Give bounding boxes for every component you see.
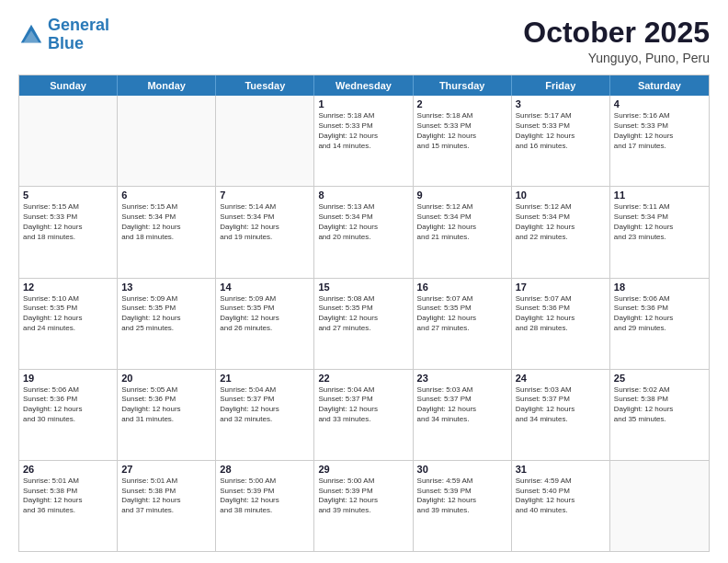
day-info: Sunrise: 5:09 AMSunset: 5:35 PMDaylight:…: [220, 294, 310, 334]
week-row: 19Sunrise: 5:06 AMSunset: 5:36 PMDayligh…: [19, 369, 709, 460]
day-number: 31: [516, 464, 606, 475]
day-cell: 28Sunrise: 5:00 AMSunset: 5:39 PMDayligh…: [216, 461, 314, 551]
day-info: Sunrise: 5:07 AMSunset: 5:36 PMDaylight:…: [516, 294, 606, 334]
day-info: Sunrise: 5:16 AMSunset: 5:33 PMDaylight:…: [614, 111, 705, 151]
day-header-monday: Monday: [118, 75, 216, 96]
day-number: 19: [23, 373, 113, 384]
day-info: Sunrise: 5:00 AMSunset: 5:39 PMDaylight:…: [318, 477, 408, 516]
day-number: 15: [318, 282, 408, 293]
day-number: 23: [417, 373, 507, 384]
page: General Blue October 2025 Yunguyo, Puno,…: [0, 0, 728, 563]
day-info: Sunrise: 5:09 AMSunset: 5:35 PMDaylight:…: [121, 294, 211, 334]
logo-general: General: [48, 16, 109, 34]
day-cell: 25Sunrise: 5:02 AMSunset: 5:38 PMDayligh…: [610, 370, 709, 460]
day-cell: [118, 96, 216, 186]
day-info: Sunrise: 5:13 AMSunset: 5:34 PMDaylight:…: [318, 202, 408, 242]
day-header-thursday: Thursday: [414, 75, 512, 96]
day-number: 1: [318, 98, 408, 109]
day-info: Sunrise: 5:01 AMSunset: 5:38 PMDaylight:…: [121, 477, 211, 516]
day-headers: SundayMondayTuesdayWednesdayThursdayFrid…: [19, 75, 709, 96]
day-cell: 14Sunrise: 5:09 AMSunset: 5:35 PMDayligh…: [216, 279, 314, 369]
day-cell: 31Sunrise: 4:59 AMSunset: 5:40 PMDayligh…: [512, 461, 610, 551]
day-cell: 1Sunrise: 5:18 AMSunset: 5:33 PMDaylight…: [314, 96, 413, 186]
day-number: 29: [318, 464, 408, 475]
day-cell: 18Sunrise: 5:06 AMSunset: 5:36 PMDayligh…: [610, 279, 709, 369]
day-number: 18: [614, 282, 705, 293]
day-cell: 26Sunrise: 5:01 AMSunset: 5:38 PMDayligh…: [19, 461, 118, 551]
day-cell: [216, 96, 314, 186]
day-header-tuesday: Tuesday: [216, 75, 314, 96]
day-number: 3: [516, 98, 606, 109]
day-info: Sunrise: 5:18 AMSunset: 5:33 PMDaylight:…: [417, 111, 507, 151]
day-number: 26: [23, 464, 113, 475]
day-number: 14: [220, 282, 310, 293]
day-info: Sunrise: 5:06 AMSunset: 5:36 PMDaylight:…: [23, 385, 113, 425]
day-info: Sunrise: 5:12 AMSunset: 5:34 PMDaylight:…: [417, 202, 507, 242]
day-info: Sunrise: 5:01 AMSunset: 5:38 PMDaylight:…: [23, 477, 113, 516]
day-number: 7: [220, 190, 310, 201]
day-info: Sunrise: 5:18 AMSunset: 5:33 PMDaylight:…: [318, 111, 408, 151]
day-info: Sunrise: 5:07 AMSunset: 5:35 PMDaylight:…: [417, 294, 507, 334]
day-cell: 19Sunrise: 5:06 AMSunset: 5:36 PMDayligh…: [19, 370, 118, 460]
day-cell: 8Sunrise: 5:13 AMSunset: 5:34 PMDaylight…: [314, 187, 413, 277]
day-number: 6: [121, 190, 211, 201]
day-header-sunday: Sunday: [19, 75, 118, 96]
logo-icon: [18, 22, 44, 48]
month-title: October 2025: [523, 17, 710, 49]
day-cell: [610, 461, 709, 551]
day-number: 10: [516, 190, 606, 201]
day-number: 21: [220, 373, 310, 384]
calendar: SundayMondayTuesdayWednesdayThursdayFrid…: [18, 75, 710, 552]
day-cell: 3Sunrise: 5:17 AMSunset: 5:33 PMDaylight…: [512, 96, 610, 186]
logo-text: General Blue: [48, 17, 109, 53]
location: Yunguyo, Puno, Peru: [523, 51, 710, 65]
day-number: 22: [318, 373, 408, 384]
header: General Blue October 2025 Yunguyo, Puno,…: [18, 17, 710, 65]
day-number: 2: [417, 98, 507, 109]
day-number: 13: [121, 282, 211, 293]
day-cell: 23Sunrise: 5:03 AMSunset: 5:37 PMDayligh…: [414, 370, 512, 460]
day-cell: 20Sunrise: 5:05 AMSunset: 5:36 PMDayligh…: [118, 370, 216, 460]
day-number: 16: [417, 282, 507, 293]
day-number: 8: [318, 190, 408, 201]
day-cell: 12Sunrise: 5:10 AMSunset: 5:35 PMDayligh…: [19, 279, 118, 369]
week-row: 1Sunrise: 5:18 AMSunset: 5:33 PMDaylight…: [19, 96, 709, 186]
day-number: 24: [516, 373, 606, 384]
logo-blue: Blue: [48, 34, 84, 52]
day-number: 5: [23, 190, 113, 201]
day-info: Sunrise: 5:04 AMSunset: 5:37 PMDaylight:…: [220, 385, 310, 425]
day-cell: 30Sunrise: 4:59 AMSunset: 5:39 PMDayligh…: [414, 461, 512, 551]
day-number: 20: [121, 373, 211, 384]
day-info: Sunrise: 5:05 AMSunset: 5:36 PMDaylight:…: [121, 385, 211, 425]
day-number: 27: [121, 464, 211, 475]
day-number: 28: [220, 464, 310, 475]
day-info: Sunrise: 4:59 AMSunset: 5:39 PMDaylight:…: [417, 477, 507, 516]
day-number: 30: [417, 464, 507, 475]
day-cell: 17Sunrise: 5:07 AMSunset: 5:36 PMDayligh…: [512, 279, 610, 369]
weeks: 1Sunrise: 5:18 AMSunset: 5:33 PMDaylight…: [19, 96, 709, 551]
week-row: 12Sunrise: 5:10 AMSunset: 5:35 PMDayligh…: [19, 278, 709, 369]
day-info: Sunrise: 5:15 AMSunset: 5:33 PMDaylight:…: [23, 202, 113, 242]
day-cell: 6Sunrise: 5:15 AMSunset: 5:34 PMDaylight…: [118, 187, 216, 277]
day-cell: 2Sunrise: 5:18 AMSunset: 5:33 PMDaylight…: [414, 96, 512, 186]
day-info: Sunrise: 5:08 AMSunset: 5:35 PMDaylight:…: [318, 294, 408, 334]
day-number: 4: [614, 98, 705, 109]
day-cell: 13Sunrise: 5:09 AMSunset: 5:35 PMDayligh…: [118, 279, 216, 369]
day-number: 12: [23, 282, 113, 293]
logo: General Blue: [18, 17, 109, 53]
day-info: Sunrise: 5:06 AMSunset: 5:36 PMDaylight:…: [614, 294, 705, 334]
day-info: Sunrise: 5:11 AMSunset: 5:34 PMDaylight:…: [614, 202, 705, 242]
day-header-wednesday: Wednesday: [314, 75, 413, 96]
day-info: Sunrise: 5:02 AMSunset: 5:38 PMDaylight:…: [614, 385, 705, 425]
week-row: 5Sunrise: 5:15 AMSunset: 5:33 PMDaylight…: [19, 186, 709, 277]
day-info: Sunrise: 5:10 AMSunset: 5:35 PMDaylight:…: [23, 294, 113, 334]
day-number: 25: [614, 373, 705, 384]
day-info: Sunrise: 5:04 AMSunset: 5:37 PMDaylight:…: [318, 385, 408, 425]
day-cell: 29Sunrise: 5:00 AMSunset: 5:39 PMDayligh…: [314, 461, 413, 551]
day-header-friday: Friday: [512, 75, 610, 96]
day-cell: 11Sunrise: 5:11 AMSunset: 5:34 PMDayligh…: [610, 187, 709, 277]
week-row: 26Sunrise: 5:01 AMSunset: 5:38 PMDayligh…: [19, 460, 709, 551]
day-info: Sunrise: 5:12 AMSunset: 5:34 PMDaylight:…: [516, 202, 606, 242]
day-cell: 4Sunrise: 5:16 AMSunset: 5:33 PMDaylight…: [610, 96, 709, 186]
day-cell: 15Sunrise: 5:08 AMSunset: 5:35 PMDayligh…: [314, 279, 413, 369]
